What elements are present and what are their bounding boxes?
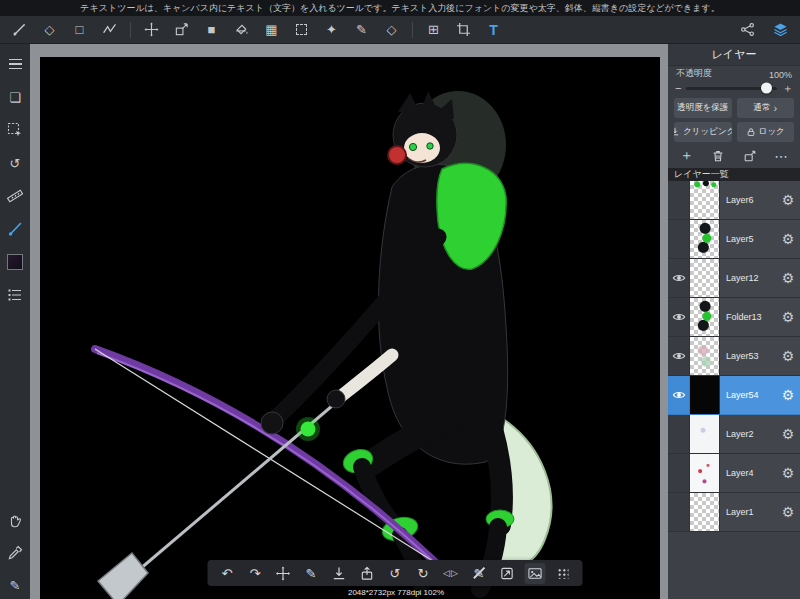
panel-grid-icon[interactable]: ⊞ [424, 20, 443, 39]
layer-visibility-toggle[interactable] [668, 454, 690, 492]
ruler-icon[interactable] [5, 186, 25, 206]
transform-tool-icon[interactable] [172, 20, 191, 39]
menu-icon[interactable] [5, 54, 25, 74]
layer-visibility-toggle[interactable] [668, 259, 690, 297]
protect-alpha-button[interactable]: 透明度を保護 [674, 98, 732, 118]
save-download-button[interactable] [329, 563, 350, 584]
top-toolbar: ◇ □ ■ ▦ ✦ ✎ ◇ ⊞ T [0, 16, 800, 44]
undo-button[interactable]: ↶ [217, 563, 238, 584]
layer-visibility-toggle[interactable] [668, 415, 690, 453]
crop-tool-icon[interactable] [454, 20, 473, 39]
eye-left [409, 143, 416, 150]
layer-row[interactable]: Layer6 ⚙ [668, 181, 800, 220]
headphone [388, 146, 406, 164]
move-tool-icon[interactable] [142, 20, 161, 39]
network-share-icon[interactable] [738, 20, 757, 39]
add-layer-button[interactable]: ＋ [678, 147, 695, 165]
layer-row[interactable]: Layer1 ⚙ [668, 493, 800, 532]
layer-thumbnail [690, 259, 720, 297]
pen-disable-button[interactable]: ✎ [469, 563, 490, 584]
select-pen-tool-icon[interactable]: ✎ [352, 20, 371, 39]
layer-visibility-toggle[interactable] [668, 493, 690, 531]
layer-settings-gear-icon[interactable]: ⚙ [776, 181, 800, 219]
polyline-tool-icon[interactable] [100, 20, 119, 39]
rotate-ccw-button[interactable]: ↺ [385, 563, 406, 584]
rotate-cw-button[interactable]: ↻ [413, 563, 434, 584]
merge-layer-button[interactable] [742, 147, 759, 165]
layer-list-title: レイヤー一覧 [668, 168, 800, 181]
brush-list-icon[interactable] [5, 285, 25, 305]
share-button[interactable] [497, 563, 518, 584]
layer-row[interactable]: Layer12 ⚙ [668, 259, 800, 298]
layer-visibility-toggle[interactable] [668, 220, 690, 258]
layer-settings-gear-icon[interactable]: ⚙ [776, 337, 800, 375]
layer-visibility-toggle[interactable] [668, 376, 690, 414]
draw-pencil-icon[interactable]: ✎ [5, 575, 25, 595]
layer-visibility-toggle[interactable] [668, 298, 690, 336]
layer-settings-gear-icon[interactable]: ⚙ [776, 454, 800, 492]
color-swatch[interactable] [5, 252, 25, 272]
opacity-row: 不透明度 100% [668, 66, 800, 80]
layer-settings-gear-icon[interactable]: ⚙ [776, 415, 800, 453]
clipping-icon [674, 127, 680, 137]
pencil-mode-button[interactable]: ✎ [301, 563, 322, 584]
eye-icon [672, 349, 686, 363]
opacity-plus-button[interactable]: ＋ [782, 81, 793, 96]
rotate-view-icon[interactable]: ↺ [5, 153, 25, 173]
magic-wand-tool-icon[interactable]: ✦ [322, 20, 341, 39]
layer-settings-gear-icon[interactable]: ⚙ [776, 376, 800, 414]
layer-visibility-toggle[interactable] [668, 181, 690, 219]
layer-settings-gear-icon[interactable]: ⚙ [776, 259, 800, 297]
marquee-tool-icon[interactable]: □ [70, 20, 89, 39]
info-bar-text: テキストツールは、キャンバス内にテキスト（文字）を入れるツールです。テキスト入力… [80, 2, 719, 15]
fill-rect-tool-icon[interactable]: ■ [202, 20, 221, 39]
eraser-tool-icon[interactable]: ◇ [40, 20, 59, 39]
flip-horizontal-button[interactable]: ◁▷ [441, 563, 462, 584]
layer-list: Layer6 ⚙ Layer5 ⚙ Layer12 ⚙ Folder13 ⚙ L… [668, 181, 800, 599]
layers-panel-icon[interactable] [771, 20, 790, 39]
layer-thumbnail [690, 181, 720, 219]
canvas[interactable]: 2048*2732px 778dpi 102% [40, 57, 660, 599]
layer-settings-gear-icon[interactable]: ⚙ [776, 298, 800, 336]
eyedropper-icon[interactable] [5, 543, 25, 563]
layer-row[interactable]: Layer5 ⚙ [668, 220, 800, 259]
pan-move-button[interactable] [273, 563, 294, 584]
layer-row[interactable]: Folder13 ⚙ [668, 298, 800, 337]
clipping-button[interactable]: クリッピング [674, 122, 732, 142]
image-button[interactable] [525, 563, 546, 584]
layer-name: Layer2 [720, 415, 776, 453]
blend-mode-button[interactable]: 通常 › [737, 98, 795, 118]
export-button[interactable] [357, 563, 378, 584]
layer-row[interactable]: Layer53 ⚙ [668, 337, 800, 376]
brush-tool-icon[interactable] [10, 20, 29, 39]
opacity-minus-button[interactable]: − [675, 82, 681, 94]
bottom-toolbar: ↶ ↷ ✎ ↺ ↻ ◁▷ ✎ [208, 560, 583, 586]
text-tool-icon[interactable]: T [484, 20, 503, 39]
delete-layer-button[interactable] [710, 147, 727, 165]
layer-visibility-toggle[interactable] [668, 337, 690, 375]
lock-button[interactable]: ロック [737, 122, 795, 142]
select-eraser-tool-icon[interactable]: ◇ [382, 20, 401, 39]
redo-button[interactable]: ↷ [245, 563, 266, 584]
active-brush-tool-icon[interactable] [5, 219, 25, 239]
select-cursor-icon[interactable] [5, 120, 25, 140]
layer-row[interactable]: Layer54 ⚙ [668, 376, 800, 415]
bucket-tool-icon[interactable] [232, 20, 251, 39]
eye-icon [672, 310, 686, 324]
blend-row: 透明度を保護 通常 › [668, 96, 800, 120]
layer-settings-gear-icon[interactable]: ⚙ [776, 493, 800, 531]
layer-settings-gear-icon[interactable]: ⚙ [776, 220, 800, 258]
pages-icon[interactable]: ❏ [5, 87, 25, 107]
layer-row[interactable]: Layer2 ⚙ [668, 415, 800, 454]
layer-row[interactable]: Layer4 ⚙ [668, 454, 800, 493]
select-rect-tool-icon[interactable] [292, 20, 311, 39]
opacity-slider[interactable] [686, 87, 777, 90]
hand-tool-icon[interactable] [5, 511, 25, 531]
layer-more-button[interactable]: ⋯ [773, 147, 790, 165]
gradient-tool-icon[interactable]: ▦ [262, 20, 281, 39]
toolbar-divider [412, 22, 413, 38]
drag-handle[interactable] [553, 563, 574, 584]
opacity-slider-knob[interactable] [761, 83, 772, 94]
protect-alpha-label: 透明度を保護 [677, 102, 728, 114]
app-root: テキストツールは、キャンバス内にテキスト（文字）を入れるツールです。テキスト入力… [0, 0, 800, 599]
